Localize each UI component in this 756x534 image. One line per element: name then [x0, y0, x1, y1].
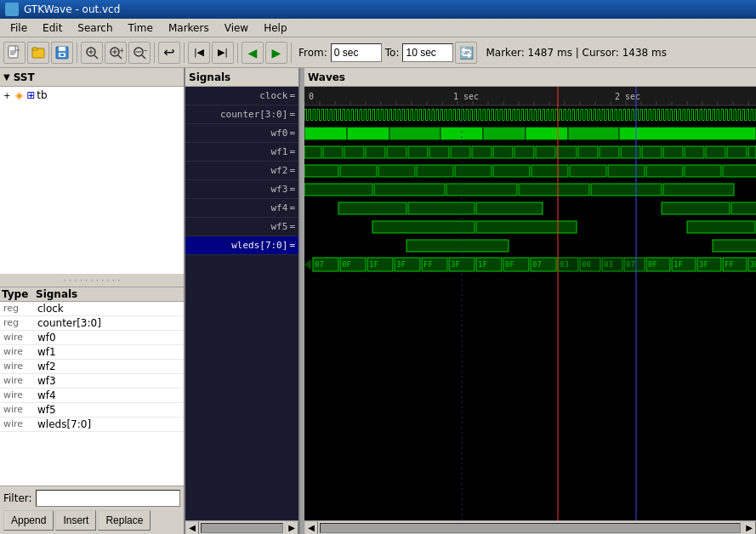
list-item[interactable]: wirewf3 [0, 374, 184, 389]
menu-file[interactable]: File [3, 20, 34, 36]
from-input[interactable] [331, 43, 382, 62]
menu-view[interactable]: View [218, 20, 255, 36]
type-col-header: Type [2, 288, 36, 300]
sst-tree[interactable]: + ◈ ⊞ tb [0, 87, 184, 274]
next-button[interactable]: ▶ [265, 42, 287, 64]
menu-bar: File Edit Search Time Markers View Help [0, 19, 756, 37]
svg-rect-5 [32, 48, 37, 50]
waves-scrollbar[interactable]: ◀ ▶ [304, 520, 756, 534]
svg-line-11 [94, 55, 98, 59]
signal-name: wf3 [271, 184, 288, 195]
sst-title: SST [14, 71, 35, 83]
expand-icon[interactable]: + [3, 91, 14, 100]
menu-edit[interactable]: Edit [36, 20, 69, 36]
signal-label-row[interactable]: wf0= [185, 124, 298, 143]
equals-sign: = [289, 240, 295, 251]
reload-button[interactable]: 🔄 [455, 42, 477, 64]
insert-button[interactable]: Insert [55, 510, 96, 531]
filter-label: Filter: [3, 492, 32, 504]
to-label: To: [385, 47, 400, 59]
list-item[interactable]: wirewf2 [0, 360, 184, 374]
prev-button[interactable]: ◀ [242, 42, 264, 64]
end-button[interactable]: ▶| [212, 42, 234, 64]
signals-list[interactable]: regclockregcounter[3:0]wirewf0wirewf1wir… [0, 302, 184, 486]
sep2 [154, 43, 155, 63]
divider-dots: · · · · · · · · · · · [0, 274, 184, 287]
zoom-out-button[interactable]: − [128, 42, 151, 64]
waves-scroll-right[interactable]: ▶ [742, 521, 756, 535]
signal-name: wf4 [271, 202, 288, 213]
list-item[interactable]: wirewf5 [0, 403, 184, 418]
signal-label-row[interactable]: wf3= [185, 180, 298, 199]
signal-label-row[interactable]: wf4= [185, 199, 298, 218]
tree-item-tb[interactable]: + ◈ ⊞ tb [2, 88, 182, 102]
toolbar: + − ↩ |◀ ▶| ◀ ▶ From: To: 🔄 Marker: 1487… [0, 37, 756, 68]
save-button[interactable] [51, 42, 73, 64]
svg-rect-0 [9, 46, 18, 58]
menu-markers[interactable]: Markers [162, 20, 216, 36]
sep1 [77, 43, 77, 63]
signals-wave-panel: Signals clock=counter[3:0]=wf0=wf1=wf2=w… [185, 68, 300, 534]
signal-label-row[interactable]: counter[3:0]= [185, 105, 298, 124]
sst-header: ▼ SST [0, 68, 184, 87]
svg-rect-7 [59, 47, 65, 51]
signal-label-row[interactable]: wf2= [185, 162, 298, 180]
signal-label-row[interactable]: wf5= [185, 218, 298, 236]
svg-text:+: + [119, 47, 123, 54]
signal-name: wf1 [271, 146, 288, 157]
signal-label-row[interactable]: wf1= [185, 143, 298, 162]
sst-icon: ▼ [3, 72, 10, 82]
signals-scrollbar[interactable]: ◀ ▶ [185, 520, 298, 534]
waves-title: Waves [308, 71, 345, 83]
list-item[interactable]: wirewf0 [0, 331, 184, 345]
replace-button[interactable]: Replace [98, 510, 151, 531]
marker-info: Marker: 1487 ms | Cursor: 1438 ms [486, 47, 666, 59]
signals-wave-header: Signals [185, 68, 298, 87]
equals-sign: = [289, 184, 295, 195]
menu-time[interactable]: Time [122, 20, 160, 36]
signals-wave-title: Signals [189, 71, 230, 83]
filter-input[interactable] [36, 490, 180, 507]
equals-sign: = [289, 146, 295, 157]
menu-search[interactable]: Search [71, 20, 119, 36]
zoom-fit-button[interactable] [81, 42, 103, 64]
time-range: From: To: [298, 43, 453, 62]
filter-buttons: Append Insert Replace [3, 510, 180, 531]
waves-scroll-track[interactable] [320, 523, 741, 533]
scroll-track[interactable] [201, 523, 283, 533]
waves-panel: Waves ◀ ▶ [304, 68, 756, 534]
waves-header: Waves [304, 68, 756, 87]
menu-help[interactable]: Help [257, 20, 293, 36]
to-input[interactable] [402, 43, 453, 62]
list-item[interactable]: wirewf4 [0, 389, 184, 403]
list-item[interactable]: regcounter[3:0] [0, 316, 184, 331]
waves-content[interactable] [304, 87, 756, 520]
equals-sign: = [289, 90, 295, 101]
svg-text:−: − [143, 47, 147, 54]
scroll-left-arrow[interactable]: ◀ [185, 521, 199, 535]
list-item[interactable]: wirewleds[7:0] [0, 418, 184, 432]
signal-label-row[interactable]: wleds[7:0]= [185, 236, 298, 255]
signal-name: wleds[7:0] [231, 240, 287, 251]
signal-name: wf5 [271, 221, 288, 232]
waves-scroll-left[interactable]: ◀ [304, 521, 318, 535]
new-button[interactable] [3, 42, 26, 64]
list-item[interactable]: regclock [0, 302, 184, 316]
zoom-in-button[interactable]: + [105, 42, 127, 64]
sep3 [184, 43, 185, 63]
main-area: ▼ SST + ◈ ⊞ tb · · · · · · · · · · · Typ… [0, 68, 756, 534]
open-button[interactable] [27, 42, 49, 64]
append-button[interactable]: Append [3, 510, 54, 531]
signals-wave-content: clock=counter[3:0]=wf0=wf1=wf2=wf3=wf4=w… [185, 87, 298, 520]
scroll-right-arrow[interactable]: ▶ [285, 521, 298, 535]
wave-canvas[interactable] [304, 87, 756, 520]
undo-button[interactable]: ↩ [158, 42, 180, 64]
list-item[interactable]: wirewf1 [0, 345, 184, 360]
tree-leaf-icon: ⊞ [26, 89, 35, 101]
signal-label-row[interactable]: clock= [185, 87, 298, 105]
module-icon: ◈ [15, 89, 23, 101]
app-icon [5, 3, 19, 16]
begin-button[interactable]: |◀ [188, 42, 210, 64]
sst-panel: ▼ SST + ◈ ⊞ tb · · · · · · · · · · · Typ… [0, 68, 185, 534]
equals-sign: = [289, 128, 295, 139]
